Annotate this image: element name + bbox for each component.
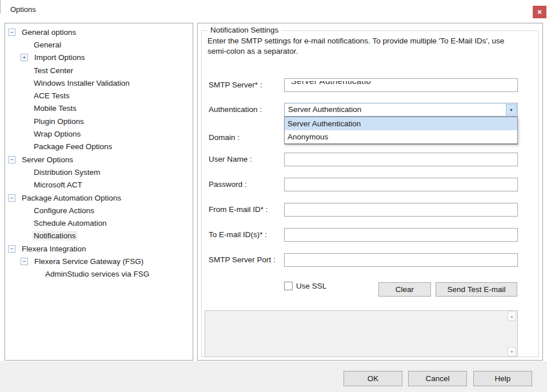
to-email-label: To E-mail ID(s)* :	[209, 230, 267, 239]
scroll-up-icon: ▲	[510, 314, 514, 318]
tree-item-flexera-service-gateway[interactable]: − Flexera Service Gateway (FSG)	[5, 255, 193, 267]
tree-item-label: Import Options	[33, 53, 87, 62]
groupbox-title: Notification Settings	[207, 26, 281, 34]
window-title: Options	[10, 5, 36, 14]
tree-item-label: Schedule Automation	[32, 218, 109, 228]
to-email-input[interactable]	[284, 228, 518, 242]
clear-button[interactable]: Clear	[378, 282, 431, 297]
tree-item-test-center[interactable]: Test Center	[5, 64, 193, 77]
tree-item-schedule-automation[interactable]: Schedule Automation	[5, 217, 193, 229]
tree-item-label: Package Automation Options	[20, 193, 123, 203]
tree-item-label: AdminStudio services via FSG	[43, 269, 151, 279]
tree-item-notifications[interactable]: Notifications	[5, 230, 193, 242]
tree-item-mobile-tests[interactable]: Mobile Tests	[5, 102, 193, 115]
password-input[interactable]	[284, 178, 518, 191]
scroll-down-button[interactable]: ▼	[508, 347, 516, 356]
tree-item-windows-installer-validation[interactable]: Windows Installer Validation	[5, 77, 193, 89]
settings-description: Enter the SMTP settings for e-mail notif…	[207, 36, 525, 57]
tree-item-wrap-options[interactable]: Wrap Options	[5, 127, 193, 140]
tree-item-label: Microsoft ACT	[32, 180, 84, 190]
tree-item-label: General options	[20, 27, 78, 37]
window-edge	[0, 0, 1, 14]
smtp-server-ghost-clip: Server Authenticatio	[291, 81, 508, 87]
cancel-button[interactable]: Cancel	[408, 371, 467, 386]
expand-icon[interactable]: +	[21, 54, 28, 61]
smtp-server-label: SMTP Server* :	[209, 81, 262, 89]
close-button[interactable]: ✕	[533, 6, 546, 18]
collapse-icon[interactable]: −	[8, 194, 15, 202]
send-test-email-button[interactable]: Send Test E-mail	[436, 282, 517, 297]
scroll-down-icon: ▼	[510, 350, 514, 354]
user-name-label: User Name :	[209, 155, 252, 163]
tree-item-adminstudio-services-via-fsg[interactable]: AdminStudio services via FSG	[5, 268, 193, 281]
tree-item-label: Windows Installer Validation	[32, 78, 131, 88]
notification-settings-panel: Notification Settings Enter the SMTP set…	[197, 23, 543, 361]
tree-item-configure-actions[interactable]: Configure Actions	[5, 204, 193, 217]
tree-item-flexera-integration[interactable]: − Flexera Integration	[5, 242, 193, 255]
use-ssl-checkbox[interactable]	[284, 282, 293, 290]
tree-item-package-automation-options[interactable]: − Package Automation Options	[5, 191, 193, 204]
tree-item-label: Configure Actions	[32, 206, 96, 215]
tree-item-label-selected: Notifications	[32, 231, 78, 241]
smtp-port-label: SMTP Server Port :	[209, 255, 276, 264]
ok-button[interactable]: OK	[344, 371, 402, 386]
tree-item-label: Server Options	[20, 155, 75, 165]
tree-item-label: Distribution System	[32, 167, 102, 177]
scroll-up-button[interactable]: ▲	[508, 311, 516, 321]
tree-item-label: Flexera Service Gateway (FSG)	[33, 257, 145, 266]
tree-item-ace-tests[interactable]: ACE Tests	[5, 89, 193, 102]
authentication-dropdown[interactable]: Server Authentication ▼	[284, 103, 518, 117]
tree-item-microsoft-act[interactable]: Microsoft ACT	[5, 179, 193, 191]
from-email-input[interactable]	[284, 203, 518, 217]
tree-item-plugin-options[interactable]: Plugin Options	[5, 115, 193, 127]
password-label: Password :	[209, 180, 247, 189]
collapse-icon[interactable]: −	[8, 245, 15, 253]
domain-label: Domain :	[209, 133, 239, 142]
tree-item-import-options[interactable]: + Import Options	[5, 51, 193, 64]
status-scrollbar[interactable]: ▲ ▼	[507, 311, 517, 356]
tree-item-package-feed-options[interactable]: Package Feed Options	[5, 141, 193, 153]
tree-item-general[interactable]: General	[5, 38, 193, 51]
use-ssl-label: Use SSL	[296, 282, 326, 290]
tree-item-label: Package Feed Options	[32, 142, 114, 151]
tree-item-label: Plugin Options	[32, 117, 86, 126]
authentication-selected-value: Server Authentication	[288, 103, 361, 116]
close-icon: ✕	[537, 9, 542, 16]
status-output-box: ▲ ▼	[205, 310, 518, 357]
smtp-server-input[interactable]: Server Authenticatio	[284, 78, 518, 92]
options-dialog: Options ✕ − General options General + Im…	[0, 0, 547, 392]
tree-item-label: Test Center	[32, 66, 75, 75]
dialog-footer: OK Cancel Help	[0, 361, 547, 392]
dropdown-option-anonymous[interactable]: Anonymous	[285, 130, 517, 143]
authentication-label: Authentication :	[209, 105, 262, 114]
smtp-port-input[interactable]	[284, 253, 518, 267]
tree-item-label: General	[32, 40, 63, 50]
title-bar: Options ✕	[0, 0, 547, 19]
smtp-server-ghost-text: Server Authenticatio	[291, 81, 508, 86]
collapse-icon[interactable]: −	[8, 29, 15, 36]
tree-item-label: Mobile Tests	[32, 103, 78, 113]
tree-item-label: Wrap Options	[32, 129, 82, 139]
user-name-input[interactable]	[284, 153, 518, 166]
tree-item-distribution-system[interactable]: Distribution System	[5, 166, 193, 178]
authentication-dropdown-list: Server Authentication Anonymous	[284, 117, 518, 144]
dropdown-arrow-button[interactable]: ▼	[506, 104, 517, 115]
from-email-label: From E-mail ID* :	[209, 205, 268, 214]
collapse-icon[interactable]: −	[21, 258, 28, 265]
tree-item-label: ACE Tests	[32, 91, 71, 101]
chevron-down-icon: ▼	[509, 108, 513, 112]
tree-item-label: Flexera Integration	[20, 244, 88, 254]
options-tree: − General options General + Import Optio…	[5, 26, 193, 281]
tree-item-server-options[interactable]: − Server Options	[5, 153, 193, 166]
options-tree-panel: − General options General + Import Optio…	[5, 23, 193, 361]
collapse-icon[interactable]: −	[8, 156, 15, 163]
dropdown-option-server-authentication[interactable]: Server Authentication	[285, 117, 517, 130]
tree-item-general-options[interactable]: − General options	[5, 26, 193, 38]
help-button[interactable]: Help	[473, 371, 532, 386]
